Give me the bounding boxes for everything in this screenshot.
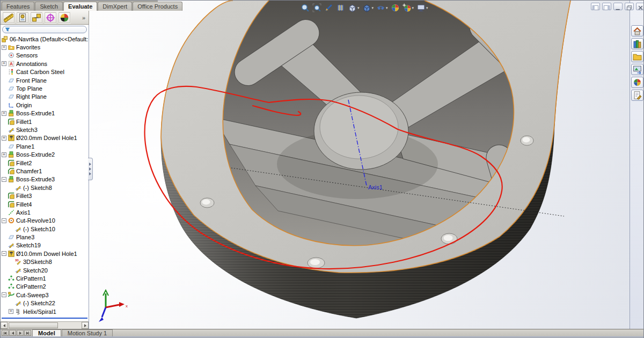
sketch-icon [15, 267, 21, 274]
tree-item-boss-extrude1[interactable]: +Boss-Extrude1 [1, 109, 89, 117]
tree-item-origin[interactable]: Origin [1, 101, 89, 109]
section-view-button[interactable] [335, 2, 346, 13]
minimize-button[interactable] [613, 3, 623, 10]
tree-item-fillet1[interactable]: Fillet1 [1, 117, 89, 126]
sensor-button[interactable] [44, 12, 57, 24]
tab-features[interactable]: Features [2, 2, 34, 11]
tree-expander[interactable]: − [2, 292, 6, 297]
tree-item-fillet2[interactable]: Fillet2 [1, 159, 89, 167]
tree-item-plane1[interactable]: Plane1 [1, 142, 89, 150]
dropdown-caret-icon[interactable]: ▾ [386, 6, 388, 10]
tab-sketch[interactable]: Sketch [35, 2, 63, 11]
tree-item-top-plane[interactable]: Top Plane [1, 84, 89, 92]
toolbar-overflow-chevron[interactable]: » [82, 14, 85, 21]
design-library-tab[interactable] [631, 38, 643, 49]
tab-nav-first[interactable] [2, 330, 9, 336]
performance-evaluation-button[interactable] [58, 12, 71, 24]
tree-item-annotations[interactable]: +AAnnotations [1, 60, 89, 68]
scroll-right-arrow[interactable] [82, 322, 89, 329]
tree-item-sketch10[interactable]: (-) Sketch10 [1, 225, 89, 233]
hide-show-items-button[interactable]: ▾ [376, 2, 389, 13]
tree-item-fillet3[interactable]: Fillet3 [1, 192, 89, 200]
tree-item-sketch19[interactable]: Sketch19 [1, 241, 89, 249]
tree-item-sketch3[interactable]: Sketch3 [1, 126, 89, 134]
tree-expander[interactable]: + [2, 61, 6, 66]
study-tab-model[interactable]: Model [32, 329, 61, 336]
tab-nav-next[interactable] [17, 330, 24, 336]
pane-left-button[interactable] [591, 3, 600, 10]
panel-splitter-handle[interactable] [88, 158, 93, 180]
tab-nav-prev[interactable] [9, 330, 16, 336]
zoom-to-fit-button[interactable] [300, 2, 310, 13]
mass-properties-button[interactable] [16, 12, 29, 24]
tree-expander[interactable]: + [2, 45, 6, 50]
tree-item-20-0mm-dowel-hole1[interactable]: +Ø20.0mm Dowel Hole1 [1, 134, 89, 142]
file-explorer-tab[interactable] [631, 51, 643, 62]
close-button[interactable] [636, 3, 644, 10]
restore-button[interactable] [625, 3, 634, 10]
tree-expander[interactable]: − [2, 177, 6, 182]
previous-view-button[interactable] [324, 2, 334, 13]
tree-item-06-navrtka-default-default[interactable]: 06-Navrtka (Default<<Default: [1, 35, 89, 43]
view-settings-button[interactable]: ▾ [416, 2, 429, 13]
tree-filter-input[interactable] [2, 26, 87, 33]
tree-expander[interactable]: − [2, 218, 6, 223]
study-tab-motion-study-1[interactable]: Motion Study 1 [62, 329, 113, 336]
tab-evaluate[interactable]: Evaluate [63, 2, 97, 11]
tree-item-sensors[interactable]: Sensors [1, 52, 89, 60]
tree-item-helix-spiral1[interactable]: +Helix/Spiral1 [1, 307, 89, 315]
tree-item-cut-revolve10[interactable]: −Cut-Revolve10 [1, 217, 89, 225]
tree-item-cirpattern2[interactable]: CirPattern2 [1, 283, 89, 291]
dropdown-caret-icon[interactable]: ▾ [357, 6, 360, 10]
view-palette-tab[interactable] [631, 64, 643, 75]
tree-item-boss-extrude2[interactable]: +Boss-Extrude2 [1, 150, 89, 158]
tree-item-plane3[interactable]: Plane3 [1, 233, 89, 241]
section-properties-button[interactable] [30, 12, 43, 24]
tree-expander[interactable]: + [2, 136, 6, 141]
tree-expander[interactable]: + [2, 111, 6, 116]
tree-item-front-plane[interactable]: Front Plane [1, 76, 89, 84]
pane-right-button[interactable] [602, 3, 611, 10]
tree-item-sketch20[interactable]: Sketch20 [1, 266, 89, 274]
scrollbar-thumb[interactable] [9, 322, 58, 328]
measure-button[interactable] [2, 12, 15, 24]
tab-nav-last[interactable] [24, 330, 31, 336]
3d-viewport[interactable]: Axis1 x ▾▾▾▾▾ [89, 1, 630, 329]
tree-item-boss-extrude3[interactable]: −Boss-Extrude3 [1, 175, 89, 183]
tab-dimxpert[interactable]: DimXpert [98, 2, 132, 11]
view-orientation-button[interactable]: ▾ [347, 2, 360, 13]
tree-item-cast-carbon-steel[interactable]: Cast Carbon Steel [1, 68, 89, 76]
apply-scene-button[interactable]: ▾ [402, 2, 415, 13]
appearances-scenes-tab[interactable] [631, 77, 643, 88]
tree-item-cut-sweep3[interactable]: −Cut-Sweep3 [1, 291, 89, 299]
tree-item-10-0mm-dowel-hole1[interactable]: −Ø10.0mm Dowel Hole1 [1, 249, 89, 258]
custom-properties-tab[interactable] [631, 90, 643, 101]
tree-item-label: Boss-Extrude3 [16, 176, 55, 182]
tree-item-right-plane[interactable]: Right Plane [1, 93, 89, 101]
dropdown-caret-icon[interactable]: ▾ [412, 6, 414, 10]
tree-item-cirpattern1[interactable]: CirPattern1 [1, 274, 89, 282]
display-style-button[interactable]: ▾ [362, 2, 375, 13]
tree-item-fillet4[interactable]: Fillet4 [1, 200, 89, 208]
tree-expander[interactable]: − [2, 251, 6, 256]
tree-item-chamfer1[interactable]: Chamfer1 [1, 167, 89, 175]
tree-item-sketch8[interactable]: (-) Sketch8 [1, 183, 89, 192]
edit-appearance-icon [391, 3, 400, 12]
tree-expander[interactable]: + [2, 152, 6, 157]
scroll-left-arrow[interactable] [1, 322, 8, 329]
tree-item-3dsketch8[interactable]: 3D3DSketch8 [1, 258, 89, 266]
tree-horizontal-scrollbar[interactable] [1, 321, 89, 329]
edit-appearance-button[interactable] [390, 2, 400, 13]
tree-expander[interactable]: + [9, 309, 13, 314]
rollback-bar[interactable] [2, 318, 87, 319]
dropdown-caret-icon[interactable]: ▾ [426, 6, 428, 10]
tab-office-products[interactable]: Office Products [133, 2, 182, 11]
tree-item-favorites[interactable]: +Favorites [1, 43, 89, 51]
tree-item-axis1[interactable]: Axis1 [1, 208, 89, 216]
dropdown-caret-icon[interactable]: ▾ [372, 6, 374, 10]
tree-item-sketch22[interactable]: (-) Sketch22 [1, 299, 89, 307]
study-tab-navigation [1, 329, 32, 336]
solidworks-resources-tab[interactable] [631, 25, 643, 36]
zoom-to-area-button[interactable] [312, 2, 322, 13]
fillet-icon [8, 193, 14, 199]
